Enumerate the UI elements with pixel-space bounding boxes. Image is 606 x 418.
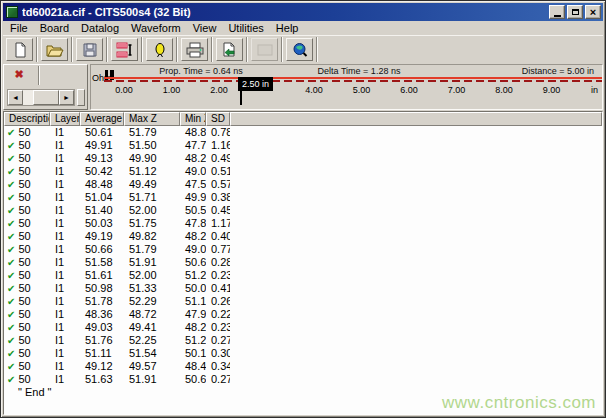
waveform-scrollbar[interactable]: ◄ ► (7, 89, 75, 106)
cell-max-z: 51.79 (124, 243, 180, 256)
cell-max-z: 51.71 (124, 191, 180, 204)
cell-sd: 1.16 (206, 139, 230, 152)
cell-description: ✔50 (4, 360, 50, 373)
table-row[interactable]: ✔50I150.9851.3350.020.41 (4, 282, 602, 295)
table-row[interactable]: ✔50I151.6351.9150.670.27 (4, 373, 602, 386)
menu-file[interactable]: File (4, 22, 34, 34)
cell-description: ✔50 (4, 165, 50, 178)
export-report-button[interactable] (216, 38, 243, 61)
column-header-filler (230, 112, 602, 126)
app-icon (6, 6, 18, 18)
ruler-tick-label: 9.00 (543, 85, 561, 95)
ruler-scale[interactable]: Prop. Time = 0.64 ns Delta Time = 1.28 n… (90, 64, 603, 110)
ruler-tick-label: 2.00 (210, 85, 228, 95)
check-icon: ✔ (7, 166, 15, 177)
ruler-strip: ✖ ◄ ► Prop. Time = 0.64 ns Delta Time = … (3, 63, 603, 111)
table-row[interactable]: ✔50I149.1949.8248.200.40 (4, 230, 602, 243)
cell-sd: 1.17 (206, 217, 230, 230)
column-header-sd[interactable]: SD (206, 112, 230, 126)
check-icon: ✔ (7, 322, 15, 333)
cell-min-z: 49.04 (180, 165, 206, 178)
tdr-trace-line (104, 77, 602, 79)
table-row[interactable]: ✔50I151.7652.2551.210.27 (4, 334, 602, 347)
minimize-button[interactable] (549, 5, 565, 19)
toolbar-separator (106, 37, 108, 62)
restore-button[interactable] (567, 5, 583, 19)
table-row[interactable]: ✔50I149.9151.5047.761.16 (4, 139, 602, 152)
report-export-icon (221, 42, 238, 58)
print-button[interactable] (181, 38, 208, 61)
column-header-description[interactable]: Description (4, 112, 50, 126)
column-header-average[interactable]: Average (80, 112, 124, 126)
table-row[interactable]: ✔50I150.4251.1249.040.51 (4, 165, 602, 178)
table-row[interactable]: ✔50I148.3648.7247.960.22 (4, 308, 602, 321)
cell-min-z: 50.63 (180, 256, 206, 269)
disabled-tool-button (251, 38, 278, 61)
marker-control-panel: ✖ ◄ ► (3, 64, 88, 110)
scrollbar-thumb[interactable] (33, 90, 59, 105)
table-row[interactable]: ✔50I150.6651.7949.000.77 (4, 243, 602, 256)
cell-average: 49.03 (80, 321, 124, 334)
table-row[interactable]: ✔50I151.4052.0050.550.45 (4, 204, 602, 217)
column-header-max-z[interactable]: Max Z (124, 112, 180, 126)
blank-disabled-icon (257, 44, 273, 56)
table-row[interactable]: ✔50I151.1151.5450.140.30 (4, 347, 602, 360)
table-row[interactable]: ✔50I149.0349.4148.280.23 (4, 321, 602, 334)
menu-help[interactable]: Help (270, 22, 305, 34)
table-row[interactable]: ✔50I150.0351.7547.881.17 (4, 217, 602, 230)
close-button[interactable]: × (585, 5, 601, 19)
web-button[interactable] (286, 38, 313, 61)
table-row[interactable]: ✔50I150.6151.7948.880.78 (4, 126, 602, 139)
cell-min-z: 51.12 (180, 295, 206, 308)
menu-board[interactable]: Board (34, 22, 75, 34)
table-row[interactable]: ✔50I151.7852.2951.120.26 (4, 295, 602, 308)
cell-description: ✔50 (4, 204, 50, 217)
check-icon: ✔ (7, 179, 15, 190)
ruler-tick-label: 4.00 (305, 85, 323, 95)
check-icon: ✔ (7, 296, 15, 307)
cell-average: 50.66 (80, 243, 124, 256)
cell-description: ✔50 (4, 152, 50, 165)
menu-datalog[interactable]: Datalog (75, 22, 125, 34)
toolbar (3, 35, 603, 63)
cell-layer: I1 (50, 191, 80, 204)
table-row[interactable]: ✔50I151.5851.9150.630.28 (4, 256, 602, 269)
column-header-min-z[interactable]: Min Z (180, 112, 206, 126)
open-file-button[interactable] (41, 38, 68, 61)
column-header-layer[interactable]: Layer (50, 112, 80, 126)
table-row[interactable]: ✔50I151.6152.0051.250.23 (4, 269, 602, 282)
scroll-left-button[interactable]: ◄ (8, 90, 23, 105)
cell-average: 51.11 (80, 347, 124, 360)
toolbar-separator (71, 37, 73, 62)
menu-view[interactable]: View (187, 22, 223, 34)
menu-utilities[interactable]: Utilities (222, 22, 269, 34)
save-button[interactable] (76, 38, 103, 61)
cell-layer: I1 (50, 178, 80, 191)
menu-waveform[interactable]: Waveform (125, 22, 187, 34)
table-row[interactable]: ✔50I149.1249.5748.480.34 (4, 360, 602, 373)
scroll-right-button[interactable]: ► (59, 90, 74, 105)
toolbar-separator (246, 37, 248, 62)
cell-max-z: 52.00 (124, 204, 180, 217)
check-icon: ✔ (7, 140, 15, 151)
save-floppy-icon (82, 42, 98, 58)
cursor-line[interactable] (240, 91, 242, 105)
board-test-icon (116, 42, 134, 58)
table-row[interactable]: ✔50I149.1349.9048.240.49 (4, 152, 602, 165)
scrollbar-track[interactable] (23, 90, 59, 105)
board-test-button[interactable] (111, 38, 138, 61)
table-row[interactable]: ✔50I148.4849.4947.530.57 (4, 178, 602, 191)
cell-sd: 0.27 (206, 373, 230, 386)
check-icon: ✔ (7, 127, 15, 138)
cell-layer: I1 (50, 217, 80, 230)
probe-button[interactable] (146, 38, 173, 61)
cell-description: ✔50 (4, 269, 50, 282)
cursor-position-badge[interactable]: 2.50 in (238, 77, 273, 91)
window-controls: × (549, 5, 601, 19)
table-row[interactable]: ✔50I151.0451.7149.940.38 (4, 191, 602, 204)
cell-layer: I1 (50, 334, 80, 347)
new-file-button[interactable] (6, 38, 33, 61)
delete-marker-button[interactable]: ✖ (9, 67, 29, 82)
minimize-icon (554, 15, 561, 17)
table-header: Description Layer Average Max Z Min Z SD (4, 112, 602, 126)
